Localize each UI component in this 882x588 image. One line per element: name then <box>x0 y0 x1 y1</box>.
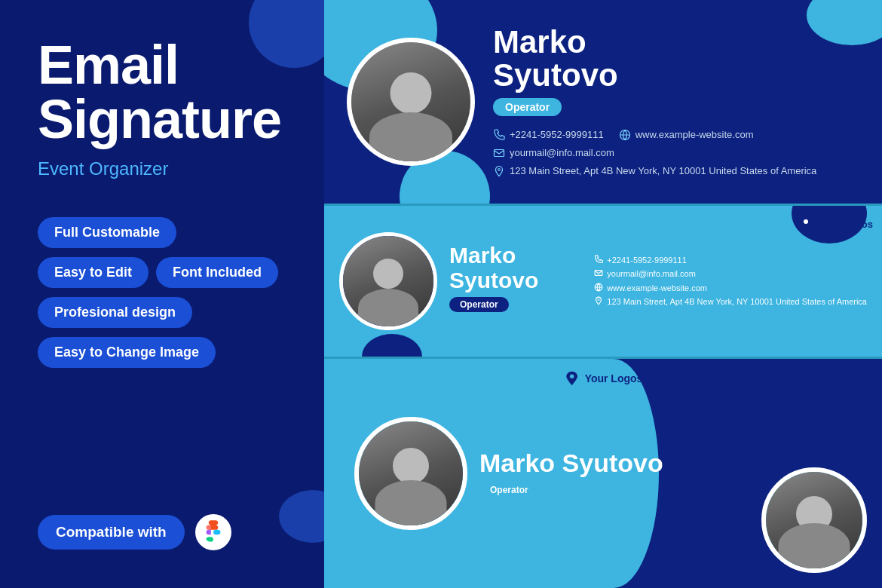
address-2: 123 Main Street, Apt 4B New York, NY 100… <box>594 296 867 308</box>
address-2-val: 123 Main Street, Apt 4B New York, NY 100… <box>607 296 867 308</box>
badge-row-1: Full Customable <box>38 217 286 248</box>
address-value: 123 Main Street, Apt 4B New York, NY 100… <box>510 164 816 178</box>
name-line1: Marko <box>493 24 586 60</box>
role-badge-3: Operator <box>479 482 539 498</box>
svg-point-7 <box>570 375 574 379</box>
website-2-val: www.example-website.com <box>607 283 707 294</box>
logo-area-3: Your Logos <box>564 370 643 387</box>
sig-info-3: Marko Syutovo Operator <box>467 449 663 497</box>
email-2: yourmail@info.mail.com <box>594 268 867 280</box>
logo-text-3: Your Logos <box>585 372 643 384</box>
badge-font-included: Font Included <box>156 257 278 288</box>
phone-contact: +2241-5952-9999111 <box>493 128 604 142</box>
email-value: yourmail@info.mail.com <box>510 146 614 160</box>
sig-name-1: Marko Syutovo <box>493 26 859 92</box>
role-badge-1: Operator <box>493 98 562 116</box>
left-panel: Email Signature Event Organizer Full Cus… <box>0 0 324 588</box>
svg-point-6 <box>598 299 599 300</box>
wave-2b <box>362 334 422 357</box>
badge-row-4: Easy to Change Image <box>38 337 286 368</box>
person-photo-1 <box>351 42 470 161</box>
badge-easy-edit: Easy to Edit <box>38 257 149 288</box>
person-photo-2 <box>343 236 433 326</box>
compatible-section: Compatible with <box>38 514 286 550</box>
sig-info-1: Marko Syutovo Operator +2241-5952-999911… <box>475 26 859 179</box>
figma-icon <box>195 514 231 550</box>
signature-card-3: Your Logos Marko Syutovo Operator <box>324 359 882 588</box>
contacts-1: +2241-5952-9999111 www.example-website.c… <box>493 128 859 179</box>
sig-info-2: Marko Syutovo Operator <box>437 243 594 320</box>
subtitle: Event Organizer <box>38 158 286 179</box>
left-top-content: Email Signature Event Organizer Full Cus… <box>38 38 286 492</box>
website-value: www.example-website.com <box>635 128 754 142</box>
website-contact: www.example-website.com <box>619 128 754 142</box>
svg-rect-4 <box>595 271 602 276</box>
phone-2-val: +2241-5952-9999111 <box>607 255 687 266</box>
signature-card-2: Your Logos Marko Syutovo Operator +2241-… <box>324 206 882 357</box>
email-contact: yourmail@info.mail.com <box>493 146 614 160</box>
sig-name-2: Marko Syutovo <box>449 243 594 292</box>
avatar-3 <box>354 417 467 530</box>
logo-area-2: Your Logos <box>797 215 873 233</box>
title-line2: Signature <box>38 89 281 149</box>
phone-2: +2241-5952-9999111 <box>594 255 867 266</box>
avatar-1 <box>347 38 475 166</box>
name-line1-c2: Marko <box>449 243 516 268</box>
role-badge-2: Operator <box>449 297 509 312</box>
badge-row-3: Profesional design <box>38 297 286 328</box>
logo-text-2: Your Logos <box>819 219 873 230</box>
badges-section: Full Customable Easy to Edit Font Includ… <box>38 217 286 368</box>
avatar-2 <box>339 232 437 330</box>
person-photo-3 <box>359 421 463 525</box>
signature-card-1: Marko Syutovo Operator +2241-5952-999911… <box>324 0 882 204</box>
svg-rect-1 <box>495 150 504 157</box>
phone-value: +2241-5952-9999111 <box>510 128 604 142</box>
address-contact: 123 Main Street, Apt 4B New York, NY 100… <box>493 164 816 178</box>
badge-row-2: Easy to Edit Font Included <box>38 257 286 288</box>
right-panel: Marko Syutovo Operator +2241-5952-999911… <box>324 0 882 588</box>
badge-professional: Profesional design <box>38 297 192 328</box>
sig-name-3: Marko Syutovo <box>479 449 663 477</box>
main-title: Email Signature <box>38 38 286 146</box>
avatar-4 <box>761 467 867 573</box>
name-line2: Syutovo <box>493 57 618 93</box>
name-line2-c2: Syutovo <box>449 268 538 292</box>
badge-change-image: Easy to Change Image <box>38 337 216 368</box>
person-photo-4 <box>766 472 862 568</box>
contacts-2: +2241-5952-9999111 yourmail@info.mail.co… <box>594 255 867 308</box>
badge-full-customable: Full Customable <box>38 217 176 248</box>
svg-point-2 <box>498 169 501 171</box>
email-2-val: yourmail@info.mail.com <box>607 268 696 280</box>
title-line1: Email <box>38 35 179 95</box>
website-2: www.example-website.com <box>594 283 867 294</box>
compatible-badge: Compatible with <box>38 515 185 550</box>
svg-point-3 <box>804 219 808 224</box>
